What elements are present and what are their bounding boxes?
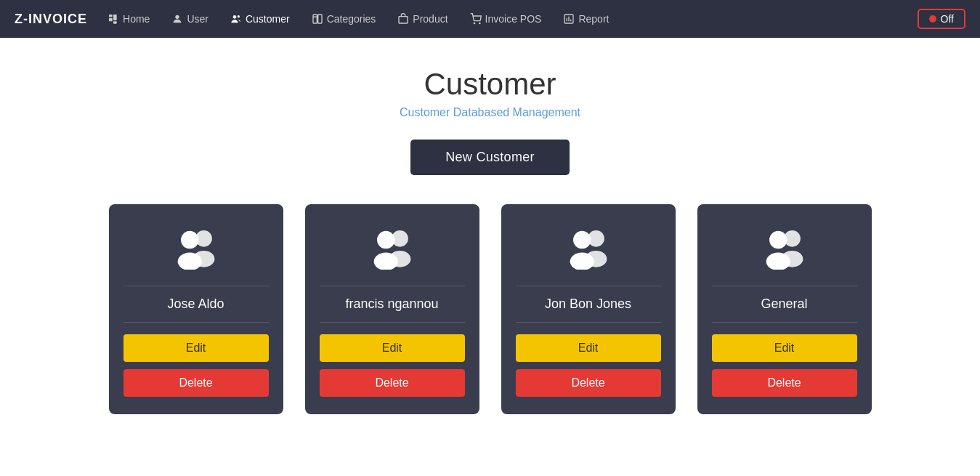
customer-name: Jon Bon Jones: [545, 297, 631, 312]
customer-card: Jon Bon Jones Edit Delete: [501, 204, 676, 414]
card-bottom-divider: [320, 322, 465, 323]
home-icon: [108, 13, 119, 25]
customer-avatar-icon: [367, 226, 418, 273]
edit-customer-button[interactable]: Edit: [516, 334, 661, 362]
svg-point-5: [233, 15, 237, 19]
svg-rect-0: [109, 15, 113, 17]
edit-customer-button[interactable]: Edit: [123, 334, 269, 362]
card-bottom-divider: [516, 322, 661, 323]
svg-point-26: [570, 253, 594, 270]
delete-customer-button[interactable]: Delete: [123, 369, 269, 397]
svg-point-9: [474, 23, 474, 23]
nav-product[interactable]: Product: [389, 9, 456, 29]
nav-report[interactable]: Report: [554, 9, 617, 29]
card-top-divider: [320, 286, 465, 286]
svg-point-6: [238, 15, 240, 17]
customer-name: Jose Aldo: [167, 297, 224, 312]
main-content: Customer Customer Databased Management N…: [0, 38, 980, 476]
customer-nav-icon: [230, 13, 242, 25]
off-button[interactable]: Off: [918, 9, 965, 29]
svg-rect-3: [113, 21, 117, 23]
svg-point-18: [177, 253, 201, 270]
product-icon: [397, 13, 409, 25]
page-subtitle: Customer Databased Management: [400, 106, 580, 119]
off-dot: [929, 15, 936, 23]
svg-point-22: [373, 253, 397, 270]
customer-card: francis ngannou Edit Delete: [305, 204, 479, 414]
page-title: Customer: [424, 67, 556, 102]
svg-point-30: [766, 253, 790, 270]
delete-customer-button[interactable]: Delete: [320, 369, 465, 397]
user-icon: [171, 13, 183, 25]
card-bottom-divider: [123, 322, 269, 323]
customer-card: General Edit Delete: [697, 204, 872, 414]
svg-point-17: [181, 231, 199, 249]
new-customer-button[interactable]: New Customer: [410, 140, 570, 175]
svg-point-29: [769, 231, 787, 249]
delete-customer-button[interactable]: Delete: [712, 369, 857, 397]
report-icon: [563, 13, 575, 25]
svg-point-21: [377, 231, 395, 249]
customer-name: General: [761, 297, 807, 312]
customer-name: francis ngannou: [345, 297, 438, 312]
categories-icon: [312, 13, 323, 25]
edit-customer-button[interactable]: Edit: [712, 334, 857, 362]
svg-rect-2: [113, 15, 117, 20]
navbar: Z-INVOICE Home User Customer Categories …: [0, 0, 980, 38]
brand-logo: Z-INVOICE: [15, 12, 87, 27]
invoice-icon: [470, 13, 482, 25]
customer-avatar-icon: [171, 226, 222, 273]
nav-customer[interactable]: Customer: [222, 9, 299, 29]
svg-point-10: [479, 23, 479, 23]
customer-avatar-icon: [563, 226, 614, 273]
customer-avatar-icon: [759, 226, 810, 273]
nav-user[interactable]: User: [163, 9, 217, 29]
delete-customer-button[interactable]: Delete: [516, 369, 661, 397]
svg-point-25: [573, 231, 591, 249]
svg-rect-8: [317, 15, 321, 23]
nav-home[interactable]: Home: [99, 9, 158, 29]
card-top-divider: [712, 286, 857, 286]
customer-cards-row: Jose Aldo Edit Delete francis ngannou Ed…: [109, 204, 872, 414]
svg-point-4: [176, 15, 179, 19]
card-top-divider: [123, 286, 269, 286]
edit-customer-button[interactable]: Edit: [320, 334, 465, 362]
svg-rect-7: [313, 17, 317, 23]
svg-rect-1: [109, 18, 113, 22]
nav-categories[interactable]: Categories: [303, 9, 385, 29]
customer-card: Jose Aldo Edit Delete: [109, 204, 283, 414]
card-top-divider: [516, 286, 661, 286]
card-bottom-divider: [712, 322, 857, 323]
nav-invoice-pos[interactable]: Invoice POS: [461, 9, 551, 29]
